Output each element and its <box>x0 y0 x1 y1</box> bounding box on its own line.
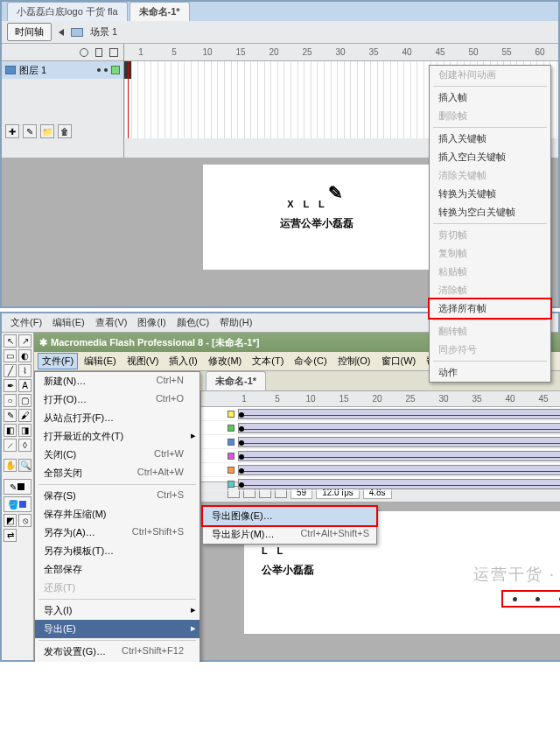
swap-colors-icon[interactable]: ⇄ <box>4 529 17 542</box>
subselect-tool-icon[interactable]: ↗ <box>18 334 32 348</box>
file-menu-item[interactable]: 全部保存 <box>35 560 200 579</box>
ctx-clear-frames[interactable]: 清除帧 <box>430 281 550 299</box>
file-menu-item[interactable]: 从站点打开(F)… <box>35 409 200 427</box>
ctx-insert-frame[interactable]: 插入帧 <box>430 88 550 107</box>
add-layer-icon[interactable]: ✚ <box>5 124 19 138</box>
tab-untitled-2[interactable]: 未命名-1* <box>206 371 266 390</box>
add-guide-icon[interactable]: ✎ <box>23 124 37 138</box>
fill-color-swatch[interactable]: 🪣 <box>4 496 32 512</box>
inkbottle-icon[interactable]: ◧ <box>4 424 17 437</box>
export-submenu-item[interactable]: 导出影片(M)…Ctrl+Alt+Shift+S <box>203 525 376 544</box>
menu-item[interactable]: 查看(V) <box>92 314 131 331</box>
ctx-convert-blank-keyframe[interactable]: 转换为空白关键帧 <box>430 203 550 221</box>
file-menu-item[interactable]: 导出(E) <box>35 620 200 638</box>
menu-item[interactable]: 编辑(E) <box>49 314 88 331</box>
gradient-tool-icon[interactable]: ◐ <box>18 349 32 362</box>
lock-icon[interactable] <box>95 48 102 57</box>
ctx-paste-frames[interactable]: 粘贴帧 <box>430 263 550 281</box>
menu-item[interactable]: 编辑(E) <box>80 353 121 369</box>
ctx-insert-keyframe[interactable]: 插入关键帧 <box>430 130 550 148</box>
ctx-delete-frame[interactable]: 删除帧 <box>430 107 550 125</box>
layer-row[interactable]: 图层 1 <box>2 61 123 79</box>
text-tool-icon[interactable]: A <box>18 379 32 392</box>
rect-tool-icon[interactable]: ▢ <box>18 394 32 407</box>
timeline-button[interactable]: 时间轴 <box>7 23 52 41</box>
file-menu-item[interactable]: 全部关闭Ctrl+Alt+W <box>35 464 200 482</box>
menu-item[interactable]: 帮助(H) <box>216 314 256 331</box>
ruler-tick: 35 <box>460 394 494 404</box>
outline-icon[interactable] <box>109 48 118 57</box>
eraser-tool-icon[interactable]: ◊ <box>18 439 32 452</box>
tab-untitled[interactable]: 未命名-1* <box>130 2 190 21</box>
timeline-ruler-2[interactable]: 15101520253035404550556065 <box>201 391 560 407</box>
menu-item[interactable]: 颜色(C) <box>173 314 213 331</box>
menu-item[interactable]: 文件(F) <box>38 353 78 369</box>
default-colors-icon[interactable]: ◩ <box>4 514 17 527</box>
frames-area-2[interactable] <box>201 407 560 482</box>
ctx-actions[interactable]: 动作 <box>430 363 550 382</box>
file-menu-item[interactable]: 另存为模板(T)… <box>35 542 200 560</box>
delete-layer-icon[interactable]: 🗑 <box>58 124 72 138</box>
brush-tool-icon[interactable]: 🖌 <box>18 409 32 422</box>
zoom-tool-icon[interactable]: 🔍 <box>18 459 32 472</box>
file-menu-item[interactable]: 打开(O)…Ctrl+O <box>35 390 200 409</box>
back-arrow-icon[interactable] <box>59 29 64 36</box>
ctx-copy-frames[interactable]: 复制帧 <box>430 244 550 263</box>
file-menu-item[interactable]: 保存并压缩(M) <box>35 505 200 524</box>
line-tool-icon[interactable]: ╱ <box>4 364 17 377</box>
file-menu-item[interactable]: 另存为(A)…Ctrl+Shift+S <box>35 524 200 542</box>
file-menu-item[interactable]: 打开最近的文件(T) <box>35 427 200 446</box>
paintbucket-icon[interactable]: ◨ <box>18 424 32 437</box>
file-menu-item[interactable]: 导入(I) <box>35 601 200 620</box>
free-transform-icon[interactable]: ▭ <box>4 349 17 362</box>
menu-item[interactable]: 修改(M) <box>204 353 247 369</box>
ctx-reverse-frames[interactable]: 翻转帧 <box>430 322 550 341</box>
ctx-sync-symbols[interactable]: 同步符号 <box>430 341 550 359</box>
pen-tool-icon[interactable]: ✒ <box>4 379 17 392</box>
eyedropper-icon[interactable]: ⟋ <box>4 439 17 452</box>
oval-tool-icon[interactable]: ○ <box>4 394 17 407</box>
ctx-select-all-frames[interactable]: 选择所有帧 <box>428 298 552 320</box>
file-menu-item[interactable]: 还原(T) <box>35 579 200 597</box>
layer-strip[interactable] <box>201 435 560 449</box>
add-folder-icon[interactable]: 📁 <box>40 124 54 138</box>
layer-strip[interactable] <box>201 421 560 435</box>
menu-item[interactable]: 窗口(W) <box>377 353 421 369</box>
visibility-icon[interactable] <box>80 48 88 57</box>
file-menu-item[interactable]: 保存(S)Ctrl+S <box>35 487 200 505</box>
outline-swatch[interactable] <box>111 66 120 74</box>
menu-item[interactable]: 控制(O) <box>333 353 375 369</box>
selection-tool-icon[interactable]: ↖ <box>4 334 17 348</box>
timeline-ruler[interactable]: 15101520253035404550556065 <box>124 44 558 61</box>
no-color-icon[interactable]: ⦸ <box>18 514 32 527</box>
ctx-create-tween[interactable]: 创建补间动画 <box>430 66 550 84</box>
logo-subtitle: 运营公举小磊磊 <box>212 216 422 231</box>
visibility-dot[interactable] <box>97 68 101 72</box>
menu-item[interactable]: 命令(C) <box>290 353 331 369</box>
stroke-color-swatch[interactable]: ✎ <box>4 479 32 495</box>
file-menu-item[interactable]: 发布设置(G)…Ctrl+Shift+F12 <box>35 643 200 661</box>
file-menu-item[interactable]: 新建(N)…Ctrl+N <box>35 372 200 390</box>
ctx-insert-blank-keyframe[interactable]: 插入空白关键帧 <box>430 148 550 166</box>
lock-dot[interactable] <box>104 68 108 72</box>
ctx-cut-frames[interactable]: 剪切帧 <box>430 226 550 244</box>
export-submenu-item[interactable]: 导出图像(E)… <box>201 505 378 527</box>
layer-strip[interactable] <box>201 449 560 463</box>
pencil-tool-icon[interactable]: ✎ <box>4 409 17 422</box>
layer-strip[interactable] <box>201 407 560 421</box>
ctx-clear-keyframe[interactable]: 清除关键帧 <box>430 166 550 185</box>
menu-item[interactable]: 视图(V) <box>122 353 164 369</box>
layer-strip[interactable] <box>201 463 560 477</box>
ruler-tick: 50 <box>457 47 490 57</box>
ctx-convert-keyframe[interactable]: 转换为关键帧 <box>430 185 550 203</box>
layer-strip[interactable] <box>201 477 560 491</box>
tab-other-doc[interactable]: 小磊磊白底logo 干货 fla <box>7 2 128 21</box>
lasso-tool-icon[interactable]: ⌇ <box>18 364 32 377</box>
file-menu-item[interactable]: 关闭(C)Ctrl+W <box>35 446 200 464</box>
menu-item[interactable]: 插入(I) <box>164 353 201 369</box>
hand-tool-icon[interactable]: ✋ <box>4 459 17 472</box>
menu-item[interactable]: 图像(I) <box>134 314 169 331</box>
file-menu-item[interactable]: 发布预览(R) <box>35 661 200 662</box>
menu-item[interactable]: 文本(T) <box>248 353 288 369</box>
menu-item[interactable]: 文件(F) <box>7 314 46 331</box>
